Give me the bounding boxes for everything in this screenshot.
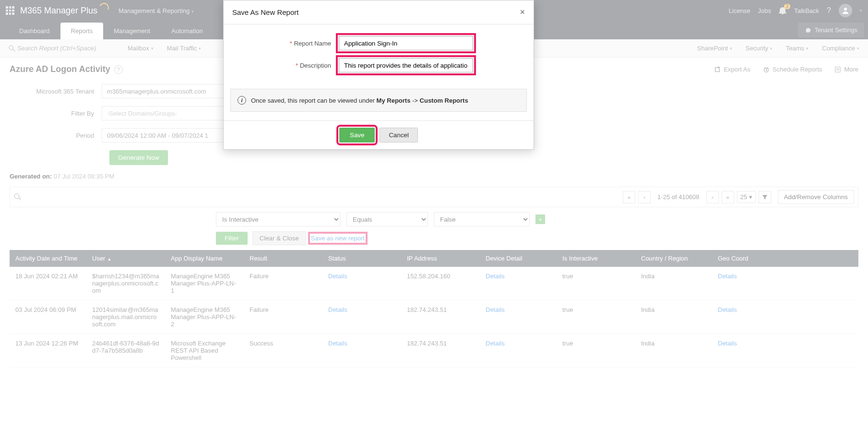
modal-title: Save As New Report xyxy=(232,8,298,16)
report-name-input[interactable] xyxy=(339,36,473,50)
modal-close-button[interactable]: × xyxy=(520,7,525,17)
modal-save-button[interactable]: Save xyxy=(339,128,375,143)
description-input[interactable] xyxy=(339,58,473,72)
report-name-label: *Report Name xyxy=(238,40,339,47)
info-icon: i xyxy=(238,96,246,105)
description-label: *Description xyxy=(238,62,339,69)
modal-info-box: i Once saved, this report can be viewed … xyxy=(230,89,527,112)
save-report-modal: Save As New Report × *Report Name *Descr… xyxy=(223,0,534,150)
modal-cancel-button[interactable]: Cancel xyxy=(380,128,418,143)
